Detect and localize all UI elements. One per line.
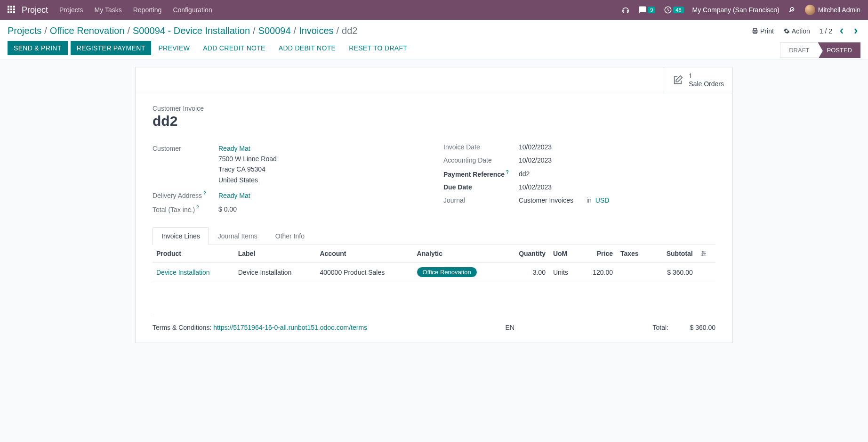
pager: 1 / 2 [820, 26, 860, 36]
accounting-date-label: Accounting Date [443, 156, 519, 164]
help-icon[interactable]: ? [505, 170, 509, 175]
record-type-label: Customer Invoice [153, 105, 715, 112]
svg-point-7 [702, 252, 703, 253]
register-payment-button[interactable]: REGISTER PAYMENT [71, 41, 152, 55]
cell-price: 120.00 [579, 262, 617, 282]
crumb-invoices[interactable]: Invoices [299, 25, 333, 36]
preview-button[interactable]: PREVIEW [152, 41, 196, 55]
svg-point-9 [702, 255, 703, 256]
nav-projects[interactable]: Projects [59, 6, 83, 14]
status-posted[interactable]: POSTED [818, 42, 860, 58]
tab-journal-items[interactable]: Journal Items [209, 227, 266, 245]
reset-draft-button[interactable]: RESET TO DRAFT [343, 41, 413, 55]
journal-label: Journal [443, 196, 519, 204]
user-menu[interactable]: Mitchell Admin [805, 5, 860, 15]
journal-value: Customer Invoices [519, 196, 573, 204]
navbar: Project Projects My Tasks Reporting Conf… [0, 0, 868, 20]
status-bar: DRAFT POSTED [780, 42, 860, 58]
th-taxes[interactable]: Taxes [617, 245, 651, 262]
send-print-button[interactable]: SEND & PRINT [8, 41, 68, 55]
currency-link[interactable]: USD [595, 196, 610, 204]
customer-addr3: United States [218, 176, 258, 184]
status-draft[interactable]: DRAFT [780, 42, 818, 58]
stat-label: Sale Orders [689, 80, 724, 88]
control-panel: Projects/ Office Renovation/ S00094 - De… [0, 20, 868, 59]
total-inc-value: $ 0.00 [218, 205, 237, 213]
th-uom[interactable]: UoM [549, 245, 579, 262]
th-analytic[interactable]: Analytic [413, 245, 504, 262]
sale-orders-stat-button[interactable]: 1 Sale Orders [664, 67, 732, 93]
th-account[interactable]: Account [316, 245, 413, 262]
accounting-date: 10/02/2023 [519, 156, 552, 164]
add-debit-note-button[interactable]: ADD DEBIT NOTE [273, 41, 342, 55]
action-buttons: SEND & PRINT REGISTER PAYMENT PREVIEW AD… [8, 41, 413, 59]
crumb-projects[interactable]: Projects [8, 25, 41, 36]
help-icon[interactable]: ? [202, 191, 206, 196]
th-subtotal[interactable]: Subtotal [651, 245, 697, 262]
customer-link[interactable]: Ready Mat [218, 145, 250, 152]
activities-icon[interactable]: 48 [664, 6, 683, 14]
tabs: Invoice Lines Journal Items Other Info [153, 227, 715, 245]
pager-next[interactable] [851, 26, 860, 36]
nav-my-tasks[interactable]: My Tasks [95, 6, 122, 14]
crumb-task[interactable]: S00094 - Device Installation [133, 25, 250, 36]
total-value: $ 360.00 [678, 324, 715, 331]
due-date: 10/02/2023 [519, 183, 552, 191]
th-price[interactable]: Price [579, 245, 617, 262]
cell-taxes [617, 262, 651, 282]
invoice-date-label: Invoice Date [443, 143, 519, 151]
column-selector[interactable] [697, 245, 715, 262]
help-icon[interactable]: ? [195, 205, 199, 210]
crumb-office-renovation[interactable]: Office Renovation [50, 25, 125, 36]
table-row[interactable]: Device Installation Device Installation … [153, 262, 715, 282]
print-button[interactable]: Print [752, 27, 774, 35]
customer-label: Customer [153, 145, 218, 152]
payment-ref: dd2 [519, 170, 530, 178]
lang-indicator[interactable]: EN [506, 324, 514, 331]
delivery-label: Delivery Address ? [153, 191, 218, 199]
company-switcher[interactable]: My Company (San Francisco) [692, 6, 780, 14]
tab-invoice-lines[interactable]: Invoice Lines [153, 227, 209, 245]
svg-point-8 [704, 253, 705, 254]
tab-other-info[interactable]: Other Info [266, 227, 313, 245]
payment-ref-label: Payment Reference ? [443, 170, 519, 178]
support-icon[interactable] [621, 6, 630, 14]
print-icon [752, 28, 758, 34]
app-name: Project [22, 5, 48, 15]
th-quantity[interactable]: Quantity [503, 245, 549, 262]
th-label[interactable]: Label [234, 245, 316, 262]
debug-icon[interactable] [788, 6, 796, 14]
analytic-tag[interactable]: Office Renovation [417, 267, 477, 277]
form-sheet: 1 Sale Orders Customer Invoice dd2 Custo… [135, 67, 733, 343]
messages-icon[interactable]: 9 [638, 6, 655, 14]
chevron-right-icon [853, 28, 858, 34]
customer-addr1: 7500 W Linne Road [218, 155, 277, 163]
user-name: Mitchell Admin [818, 6, 860, 14]
cell-quantity: 3.00 [503, 262, 549, 282]
pager-value[interactable]: 1 / 2 [820, 27, 832, 35]
apps-icon[interactable] [8, 6, 16, 14]
nav-reporting[interactable]: Reporting [133, 6, 162, 14]
crumb-current: dd2 [342, 25, 357, 36]
record-name: dd2 [153, 113, 715, 129]
stat-count: 1 [689, 72, 724, 80]
messages-badge: 9 [648, 7, 655, 13]
delivery-link[interactable]: Ready Mat [218, 192, 250, 199]
nav-configuration[interactable]: Configuration [173, 6, 212, 14]
pager-prev[interactable] [837, 26, 846, 36]
terms-link[interactable]: https://51751964-16-0-all.runbot151.odoo… [213, 324, 367, 331]
due-date-label: Due Date [443, 183, 519, 191]
crumb-so[interactable]: S00094 [258, 25, 291, 36]
cell-label: Device Installation [234, 262, 316, 282]
sliders-icon [700, 250, 707, 257]
breadcrumb: Projects/ Office Renovation/ S00094 - De… [8, 25, 357, 36]
action-button[interactable]: Action [783, 27, 810, 35]
cell-subtotal: $ 360.00 [651, 262, 697, 282]
add-credit-note-button[interactable]: ADD CREDIT NOTE [197, 41, 272, 55]
th-product[interactable]: Product [153, 245, 234, 262]
cell-product[interactable]: Device Installation [156, 269, 210, 276]
cell-uom: Units [549, 262, 579, 282]
total-inc-label: Total (Tax inc.) ? [153, 205, 218, 213]
terms-conditions: Terms & Conditions: https://51751964-16-… [153, 324, 367, 331]
chevron-left-icon [839, 28, 844, 34]
